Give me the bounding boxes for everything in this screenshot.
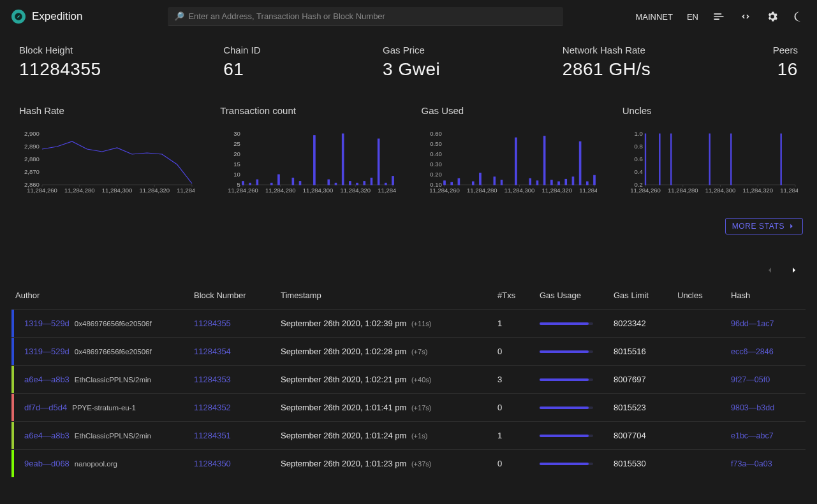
svg-rect-44 (350, 182, 351, 185)
txs-cell: 1 (494, 310, 536, 338)
block-number-link[interactable]: 11284354 (194, 347, 231, 356)
timestamp-cell: September 26th 2020, 1:01:23 pm (+37s) (277, 450, 494, 478)
stat-value: 3 Gwei (383, 59, 440, 80)
author-extra: 0x486976656f6e20506f (75, 320, 152, 328)
svg-rect-45 (357, 183, 358, 185)
settings-icon[interactable] (766, 10, 779, 23)
block-number-link[interactable]: 11284350 (194, 459, 231, 468)
svg-text:11,284,320: 11,284,320 (541, 187, 572, 194)
search-input[interactable] (188, 11, 557, 21)
language-selector[interactable]: EN (687, 12, 698, 22)
svg-rect-85 (593, 175, 595, 185)
charts-row: Hash Rate 2,9002,8902,8802,8702,86011,28… (0, 86, 817, 205)
svg-text:2,900: 2,900 (24, 131, 40, 137)
th-gu: Gas Usage (536, 284, 610, 310)
chart-title: Transaction count (220, 105, 395, 116)
svg-rect-42 (335, 183, 337, 185)
timestamp-cell: September 26th 2020, 1:01:24 pm (+1s) (277, 422, 494, 450)
chart-svg-gasused: 0.600.500.400.300.200.1011,284,26011,284… (422, 130, 597, 197)
svg-rect-69 (450, 182, 452, 185)
svg-text:11,284,320: 11,284,320 (341, 187, 371, 194)
brand[interactable]: Expedition (11, 10, 82, 24)
menu-icon[interactable] (712, 10, 725, 23)
svg-text:11,284,280: 11,284,280 (64, 187, 95, 194)
author-hash-link[interactable]: 9eab—d068 (24, 459, 70, 468)
chart-txcount: Transaction count 3025201510511,284,2601… (220, 105, 395, 199)
search-bar[interactable]: 🔎 (168, 7, 563, 26)
svg-rect-71 (472, 182, 474, 185)
block-hash-link[interactable]: e1bc—abc7 (731, 431, 774, 440)
svg-rect-35 (256, 180, 258, 185)
block-hash-link[interactable]: ecc6—2846 (731, 347, 774, 356)
network-selector[interactable]: MAINNET (635, 12, 673, 22)
pager-prev[interactable] (763, 264, 776, 277)
more-stats-button[interactable]: MORE STATS (725, 218, 803, 234)
svg-text:0.40: 0.40 (430, 151, 442, 157)
svg-text:0.20: 0.20 (430, 171, 442, 178)
block-hash-link[interactable]: f73a—0a03 (731, 459, 772, 468)
th-ts: Timestamp (277, 284, 494, 310)
txs-cell: 0 (494, 338, 536, 366)
svg-text:11,284,260: 11,284,260 (27, 187, 57, 194)
block-number-link[interactable]: 11284355 (194, 319, 231, 328)
gas-usage-bar (540, 322, 593, 325)
code-icon[interactable] (739, 10, 752, 23)
svg-text:0.50: 0.50 (430, 141, 442, 147)
chevron-left-icon (765, 265, 775, 275)
chevron-right-icon (787, 222, 796, 231)
th-txs: #Txs (494, 284, 536, 310)
author-hash-link[interactable]: 1319—529d (24, 319, 70, 328)
svg-text:2,890: 2,890 (24, 143, 40, 150)
block-number-link[interactable]: 11284352 (194, 403, 231, 412)
dark-mode-icon[interactable] (793, 10, 806, 23)
txs-cell: 3 (494, 366, 536, 394)
block-hash-link[interactable]: 9f27—05f0 (731, 375, 770, 384)
th-hash: Hash (727, 284, 806, 310)
table-row: a6e4—a8b3EthClassicPPLNS/2min11284353Sep… (11, 366, 806, 394)
blocks-table: Author Block Number Timestamp #Txs Gas U… (0, 279, 817, 477)
svg-text:11,284,300: 11,284,300 (102, 187, 133, 194)
svg-text:25: 25 (233, 141, 240, 147)
svg-text:1.0: 1.0 (634, 131, 642, 137)
block-hash-link[interactable]: 9803—b3dd (731, 403, 774, 412)
svg-rect-106 (730, 134, 731, 185)
block-number-link[interactable]: 11284351 (194, 431, 231, 440)
author-hash-link[interactable]: 1319—529d (24, 347, 70, 356)
uncles-cell (673, 422, 727, 450)
pager-next[interactable] (788, 264, 800, 277)
svg-rect-48 (378, 139, 380, 185)
stat-label: Network Hash Rate (563, 45, 651, 55)
svg-rect-82 (572, 177, 574, 185)
svg-text:11,284,340: 11,284,340 (780, 187, 798, 194)
author-hash-link[interactable]: df7d—d5d4 (24, 403, 67, 412)
svg-rect-33 (242, 182, 244, 185)
svg-rect-50 (392, 176, 394, 185)
svg-rect-36 (271, 183, 273, 185)
stat-value: 61 (223, 59, 260, 80)
svg-text:11,284,260: 11,284,260 (228, 187, 258, 194)
txs-cell: 0 (494, 450, 536, 478)
stat-hash-rate: Network Hash Rate 2861 GH/s (563, 45, 651, 80)
block-number-link[interactable]: 11284353 (194, 375, 231, 384)
svg-rect-78 (543, 136, 545, 185)
uncles-cell (673, 366, 727, 394)
author-hash-link[interactable]: a6e4—a8b3 (24, 375, 70, 384)
svg-rect-103 (659, 134, 659, 185)
author-hash-link[interactable]: a6e4—a8b3 (24, 431, 70, 440)
block-hash-link[interactable]: 96dd—1ac7 (731, 319, 774, 328)
timestamp-cell: September 26th 2020, 1:02:39 pm (+11s) (277, 310, 494, 338)
txs-cell: 0 (494, 394, 536, 422)
table-header-row: Author Block Number Timestamp #Txs Gas U… (11, 284, 806, 310)
chart-title: Uncles (622, 105, 798, 116)
svg-rect-84 (586, 182, 588, 185)
author-extra: nanopool.org (75, 460, 117, 468)
svg-rect-105 (709, 134, 710, 185)
chart-title: Hash Rate (19, 105, 195, 116)
brand-name: Expedition (32, 10, 82, 23)
th-block: Block Number (190, 284, 277, 310)
more-stats-label: MORE STATS (732, 222, 784, 231)
table-row: 9eab—d068nanopool.org11284350September 2… (11, 450, 806, 478)
gas-limit-cell: 8015523 (610, 394, 673, 422)
timestamp-cell: September 26th 2020, 1:02:28 pm (+7s) (277, 338, 494, 366)
more-stats-row: MORE STATS (0, 205, 817, 238)
